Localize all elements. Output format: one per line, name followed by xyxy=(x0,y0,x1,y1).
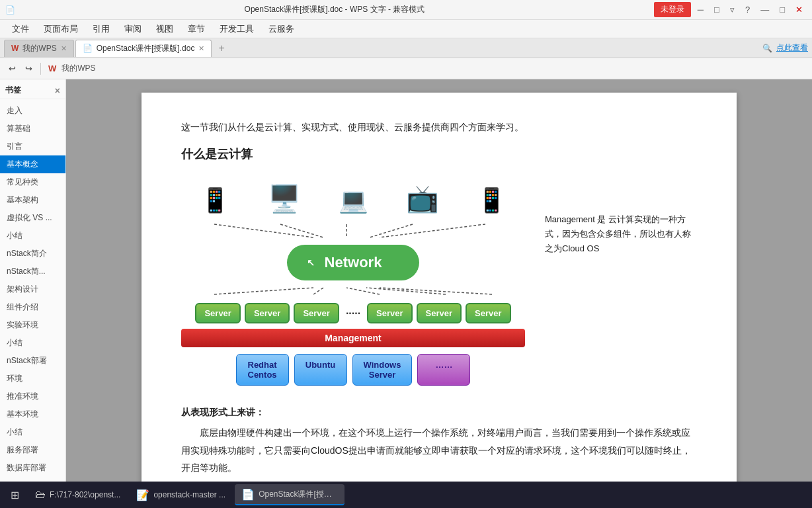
menu-cloud[interactable]: 云服务 xyxy=(262,21,301,37)
sidebar-item-base-env[interactable]: 基本环境 xyxy=(0,405,65,423)
sidebar-item-db-deploy[interactable]: 数据库部署 xyxy=(0,459,65,477)
tab-wps-home[interactable]: W 我的WPS ✕ xyxy=(4,40,74,57)
os-redhat: RedhatCentos xyxy=(236,354,289,386)
tab-add-button[interactable]: + xyxy=(213,42,229,54)
svg-line-5 xyxy=(214,288,313,294)
login-button[interactable]: 未登录 xyxy=(654,2,691,17)
mobile-left-icon: 📱 xyxy=(200,187,230,214)
undo-button[interactable]: ↩ xyxy=(5,62,19,75)
menu-file[interactable]: 文件 xyxy=(5,21,36,37)
document-page: 这一节我们从什么是云计算、实现方式、使用现状、云服务提供商四个方面来学习。 什么… xyxy=(142,93,737,489)
sidebar-close-button[interactable]: × xyxy=(55,85,60,96)
taskbar: ⊞ 🗁 F:\717-802\openst... 📝 openstack-mas… xyxy=(0,482,812,508)
sidebar-item-arch[interactable]: 基本架构 xyxy=(0,191,65,209)
document-area: 这一节我们从什么是云计算、实现方式、使用现状、云服务提供商四个方面来学习。 什么… xyxy=(66,79,812,489)
sidebar-item-openstack-intro[interactable]: nStack简介 xyxy=(0,245,65,263)
title-bar-right: 未登录 ─ □ ▿ ? — □ ✕ xyxy=(654,2,807,17)
taskbar-wps-doc[interactable]: 📝 openstack-master ... xyxy=(130,484,232,505)
menu-view[interactable]: 视图 xyxy=(149,21,180,37)
sidebar-item-summary1[interactable]: 小结 xyxy=(0,227,65,245)
help-button[interactable]: ? xyxy=(741,3,754,16)
section-title-form: 从表现形式上来讲： xyxy=(181,407,697,419)
wps-active-icon: 📄 xyxy=(241,488,255,501)
redo-button[interactable]: ↪ xyxy=(22,62,36,75)
doc-heading-cloud: 什么是云计算 xyxy=(181,146,697,162)
tab-bar: W 我的WPS ✕ 📄 OpenStack课件[授课版].doc ✕ + 🔍 点… xyxy=(0,38,812,58)
window-title: OpenStack课件[授课版].doc - WPS 文字 - 兼容模式 xyxy=(245,4,425,15)
sidebar-item-virt[interactable]: 虚拟化 VS ... xyxy=(0,209,65,227)
svg-line-6 xyxy=(313,288,323,294)
menu-bar: 文件 页面布局 引用 审阅 视图 章节 开发工具 云服务 xyxy=(0,20,812,38)
svg-line-0 xyxy=(214,224,313,237)
device-mobile-left: 📱 xyxy=(200,187,230,214)
server-box-2: Server xyxy=(245,303,290,323)
file-explorer-icon: 🗁 xyxy=(35,489,46,501)
menu-chapter[interactable]: 章节 xyxy=(181,21,212,37)
sidebar-item-concept[interactable]: 基本概念 xyxy=(0,155,65,173)
server-box-1: Server xyxy=(195,303,240,323)
laptop-icon: 💻 xyxy=(339,187,368,214)
restore-button[interactable]: □ xyxy=(710,3,723,16)
sidebar-title: 书签 xyxy=(5,85,21,96)
sidebar-item-openstack-brief[interactable]: nStack简... xyxy=(0,263,65,280)
sidebar-item-summary2[interactable]: 小结 xyxy=(0,334,65,352)
tab-search-hint: 🔍 xyxy=(762,44,772,53)
minimize-window[interactable]: — xyxy=(756,3,773,16)
tab-hint-label[interactable]: 点此查看 xyxy=(776,42,808,54)
menu-review[interactable]: 审阅 xyxy=(118,21,148,37)
sidebar-item-basics[interactable]: 算基础 xyxy=(0,120,65,138)
network-label: Network xyxy=(325,254,382,271)
main-layout: 书签 × 走入 算基础 引言 基本概念 常见种类 基本架构 虚拟化 VS ...… xyxy=(0,79,812,489)
network-cloud: ↖ Network xyxy=(287,245,419,280)
diagram-section: 📱 🖥️ 💻 📺 📱 xyxy=(181,173,697,396)
toolbar-separator xyxy=(40,63,41,75)
tv-icon: 📺 xyxy=(406,183,439,214)
server-box-5: Server xyxy=(417,303,462,323)
menu-page-layout[interactable]: 页面布局 xyxy=(37,21,85,37)
server-box-4: Server xyxy=(367,303,412,323)
fullscreen-button[interactable]: ▿ xyxy=(726,3,739,16)
maximize-window[interactable]: □ xyxy=(776,3,789,16)
sidebar-header: 书签 × xyxy=(0,82,65,99)
sidebar-item-service-deploy[interactable]: 服务部署 xyxy=(0,441,65,459)
sidebar-item-push-env[interactable]: 推准环境 xyxy=(0,388,65,405)
menu-reference[interactable]: 引用 xyxy=(86,21,116,37)
minimize-button[interactable]: ─ xyxy=(694,3,708,16)
title-bar: 📄 OpenStack课件[授课版].doc - WPS 文字 - 兼容模式 未… xyxy=(0,0,812,20)
menu-developer[interactable]: 开发工具 xyxy=(213,21,261,37)
sidebar-item-types[interactable]: 常见种类 xyxy=(0,173,65,191)
sidebar-item-summary3[interactable]: 小结 xyxy=(0,423,65,441)
device-laptop: 💻 xyxy=(339,187,368,214)
taskbar-wps-doc-label: openstack-master ... xyxy=(153,490,225,499)
para-form: 底层由物理硬件构建出一个环境，在这个环境上运行一个操作系统，对终端用户而言，当我… xyxy=(181,424,697,477)
taskbar-explorer-label: F:\717-802\openst... xyxy=(50,490,120,499)
doc-tab-icon: 📄 xyxy=(83,44,93,53)
sidebar-item-intro[interactable]: 走入 xyxy=(0,102,65,120)
sidebar-item-foreword[interactable]: 引言 xyxy=(0,138,65,155)
taskbar-file-explorer[interactable]: 🗁 F:\717-802\openst... xyxy=(28,484,127,505)
servers-row: Server Server Server ····· Server Server… xyxy=(195,303,510,323)
sidebar-item-design[interactable]: 架构设计 xyxy=(0,280,65,298)
tab-doc-label: OpenStack课件[授课版].doc xyxy=(97,43,195,54)
wps-doc-icon: 📝 xyxy=(136,489,149,501)
sidebar-item-environ[interactable]: 环境 xyxy=(0,370,65,388)
sidebar-item-components[interactable]: 组件介绍 xyxy=(0,298,65,316)
sidebar-item-deploy[interactable]: nStack部署 xyxy=(0,352,65,370)
management-bar: Management xyxy=(181,329,525,347)
os-other: …… xyxy=(417,354,470,386)
tab-doc-close[interactable]: ✕ xyxy=(198,44,204,53)
connection-lines-svg xyxy=(181,221,525,241)
taskbar-start[interactable]: ⊞ xyxy=(4,484,26,505)
sidebar-item-env[interactable]: 实验环境 xyxy=(0,316,65,334)
title-bar-center: OpenStack课件[授课版].doc - WPS 文字 - 兼容模式 xyxy=(245,4,425,15)
server-box-3: Server xyxy=(294,303,339,323)
os-windows: WindowsServer xyxy=(352,354,413,386)
wps-logo-icon: W xyxy=(11,44,19,53)
taskbar-wps-active[interactable]: 📄 OpenStack课件[授课... xyxy=(235,484,345,505)
monitor-icon: 🖥️ xyxy=(268,183,301,214)
svg-line-8 xyxy=(366,288,446,294)
tab-wps-close[interactable]: ✕ xyxy=(61,44,67,53)
connection-lines-below-svg xyxy=(181,284,525,298)
close-window[interactable]: ✕ xyxy=(792,3,807,16)
tab-doc[interactable]: 📄 OpenStack课件[授课版].doc ✕ xyxy=(75,40,212,57)
